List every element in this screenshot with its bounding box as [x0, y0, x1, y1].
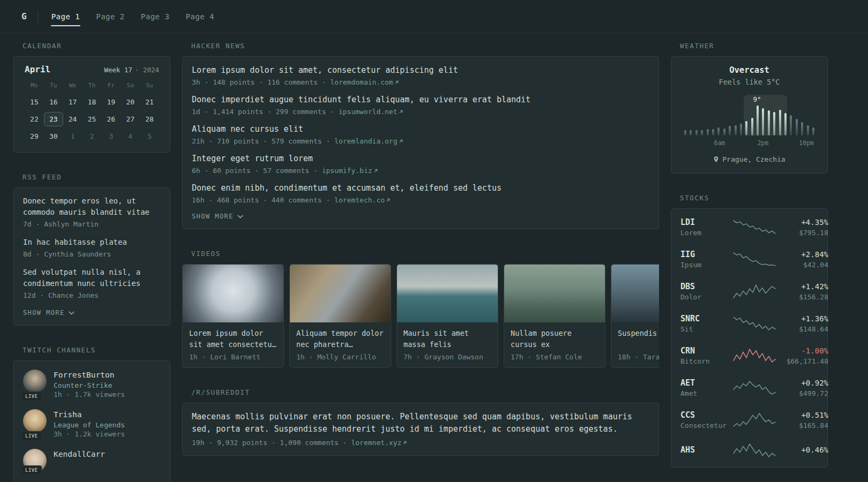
hn-story-title[interactable]: Integer eget rutrum lorem	[192, 153, 649, 164]
video-card[interactable]: Mauris sit amet massa felis 7h · Grayson…	[396, 264, 498, 368]
hn-story-title[interactable]: Aliquam nec cursus elit	[192, 123, 649, 135]
stock-row[interactable]: AET Amet +0.92% $499.72	[671, 372, 827, 404]
weather-bar	[735, 125, 737, 135]
twitch-section-title: TWITCH CHANNELS	[23, 346, 170, 354]
subreddit-post-domain[interactable]: loremnet.xyz	[351, 439, 401, 447]
external-link-icon	[399, 137, 403, 145]
videos-row: Lorem ipsum dolor sit amet consectetu… 1…	[182, 264, 659, 368]
stock-row[interactable]: IIG Ipsum +2.84% $42.04	[671, 243, 827, 275]
stock-ticker: DBS	[680, 282, 732, 291]
subreddit-post-text[interactable]: Maecenas mollis pulvinar erat non posuer…	[192, 411, 649, 435]
stock-row[interactable]: LDI Lorem +4.35% $795.18	[671, 211, 827, 243]
rss-item-title[interactable]: In hac habitasse platea	[23, 237, 161, 248]
stock-price: $795.18	[777, 229, 828, 237]
stock-row[interactable]: CRN Bitcorn -1.00% $66,171.48	[671, 340, 827, 372]
video-card[interactable]: Nullam posuere cursus ex 17h · Stefan Co…	[504, 264, 605, 368]
video-title: Suspendis diam	[618, 328, 659, 350]
twitch-channel[interactable]: LIVE KendallCarr	[23, 449, 161, 472]
hn-story-meta: 21h · 710 points · 579 comments ·	[192, 137, 334, 145]
stock-name: Ipsum	[680, 261, 732, 269]
video-meta: 18h · Tara	[618, 353, 659, 361]
video-title: Mauris sit amet massa felis	[403, 328, 491, 350]
weather-feels-like: Feels like 5°C	[671, 78, 827, 86]
channel-name: KendallCarr	[54, 449, 105, 460]
external-link-icon	[399, 108, 403, 116]
stock-change: +4.35%	[777, 217, 828, 227]
hn-story-domain[interactable]: loremdomain.com	[330, 78, 393, 86]
weekday-label: Th	[83, 82, 102, 92]
calendar-month: April	[25, 64, 50, 74]
twitch-channel[interactable]: LIVE Trisha League of Legends 3h · 1.2k …	[23, 409, 161, 438]
video-card[interactable]: Lorem ipsum dolor sit amet consectetu… 1…	[182, 264, 284, 368]
stock-row[interactable]: DBS Dolor +1.42% $156.28	[671, 275, 827, 307]
channel-category: Counter-Strike	[54, 381, 125, 389]
rss-item: Sed volutpat nulla nisl, a condimentum n…	[23, 267, 161, 299]
middle-column: HACKER NEWS Lorem ipsum dolor sit amet, …	[182, 33, 659, 476]
twitch-widget: TWITCH CHANNELS LIVE ForrestBurton Count…	[13, 346, 170, 482]
calendar-day: 18	[83, 95, 102, 109]
weather-bar	[801, 122, 803, 135]
tab-page-3[interactable]: Page 3	[140, 1, 170, 32]
video-meta: 1h · Lori Barnett	[189, 353, 277, 361]
calendar-day: 22	[25, 112, 44, 126]
rss-widget: RSS FEED Donec tempor eros leo, ut commo…	[13, 173, 170, 326]
twitch-channel[interactable]: LIVE ForrestBurton Counter-Strike 1h · 1…	[23, 370, 161, 398]
weather-bar	[690, 130, 692, 135]
live-badge: LIVE	[21, 391, 42, 401]
top-nav: G Page 1 Page 2 Page 3 Page 4	[0, 0, 868, 33]
calendar-day: 24	[63, 112, 83, 126]
weather-chart: 9°	[684, 95, 814, 135]
weather-bar	[701, 130, 703, 135]
hn-story-domain[interactable]: ipsumworld.net	[339, 108, 398, 116]
stock-row[interactable]: AHS +0.46%	[671, 436, 827, 465]
stock-change: +2.84%	[777, 250, 828, 259]
video-meta: 17h · Stefan Cole	[511, 353, 598, 361]
stock-row[interactable]: SNRC Sit +1.36% $148.64	[671, 307, 827, 340]
calendar-day-next-month: 4	[121, 129, 140, 144]
stock-ticker: LDI	[680, 217, 732, 227]
channel-viewers: 1h · 1.7k viewers	[54, 390, 125, 398]
stock-price: $148.64	[777, 325, 828, 333]
hn-story-title[interactable]: Donec imperdiet augue tincidunt felis al…	[192, 94, 649, 106]
video-card[interactable]: Aliquam tempor dolor nec pharetra… 1h · …	[289, 264, 391, 368]
hn-story-title[interactable]: Donec enim nibh, condimentum et accumsan…	[192, 182, 649, 194]
rss-item-meta: 12d · Chance Jones	[23, 291, 161, 299]
tab-page-1[interactable]: Page 1	[51, 1, 81, 32]
app-logo[interactable]: G	[21, 10, 38, 23]
rss-item: In hac habitasse platea 8d · Cynthia Sau…	[23, 237, 161, 258]
weather-bar	[762, 108, 764, 135]
subreddit-post-meta: 19h · 9,932 points · 1,090 comments ·	[192, 439, 351, 447]
hn-story-domain[interactable]: loremtech.co	[334, 196, 385, 204]
channel-name: Trisha	[54, 409, 125, 420]
hn-story-domain[interactable]: loremlandia.org	[334, 137, 397, 145]
hn-story: Aliquam nec cursus elit 21h · 710 points…	[192, 123, 649, 145]
right-column: WEATHER Overcast Feels like 5°C 9° 6am 2…	[671, 33, 828, 482]
stock-ticker: AHS	[680, 445, 732, 455]
rss-item-title[interactable]: Donec tempor eros leo, ut commodo mauris…	[23, 195, 161, 218]
calendar-day-next-month: 3	[101, 129, 121, 144]
calendar-day: 15	[25, 95, 44, 109]
calendar-day: 16	[44, 95, 63, 109]
hn-story-meta: 3h · 148 points · 116 comments ·	[192, 78, 330, 86]
tab-page-4[interactable]: Page 4	[185, 1, 215, 32]
rss-item-title[interactable]: Sed volutpat nulla nisl, a condimentum n…	[23, 267, 161, 289]
calendar-day-next-month: 1	[63, 129, 83, 144]
show-more-button[interactable]: SHOW MORE	[192, 213, 243, 220]
stock-sparkline	[732, 219, 777, 235]
tab-page-2[interactable]: Page 2	[95, 1, 125, 32]
weekday-label: We	[63, 82, 83, 92]
stock-name: Consectetur	[680, 421, 732, 430]
show-more-button[interactable]: SHOW MORE	[23, 309, 74, 317]
stock-sparkline	[732, 283, 777, 299]
stocks-card: LDI Lorem +4.35% $795.18 IIG Ipsum	[671, 208, 828, 468]
calendar-day: 30	[44, 129, 63, 144]
weather-bar	[779, 110, 781, 135]
video-card[interactable]: Suspendis diam 18h · Tara	[611, 264, 659, 368]
rss-item: Donec tempor eros leo, ut commodo mauris…	[23, 195, 161, 228]
weather-card: Overcast Feels like 5°C 9° 6am 2pm 10pm …	[671, 56, 828, 174]
hn-story-domain[interactable]: ipsumify.biz	[322, 167, 372, 175]
stock-row[interactable]: CCS Consectetur +0.51% $165.84	[671, 404, 827, 436]
hacker-news-card: Lorem ipsum dolor sit amet, consectetur …	[182, 56, 659, 229]
hn-story-title[interactable]: Lorem ipsum dolor sit amet, consectetur …	[192, 64, 649, 76]
stock-price: $66,171.48	[777, 357, 828, 365]
